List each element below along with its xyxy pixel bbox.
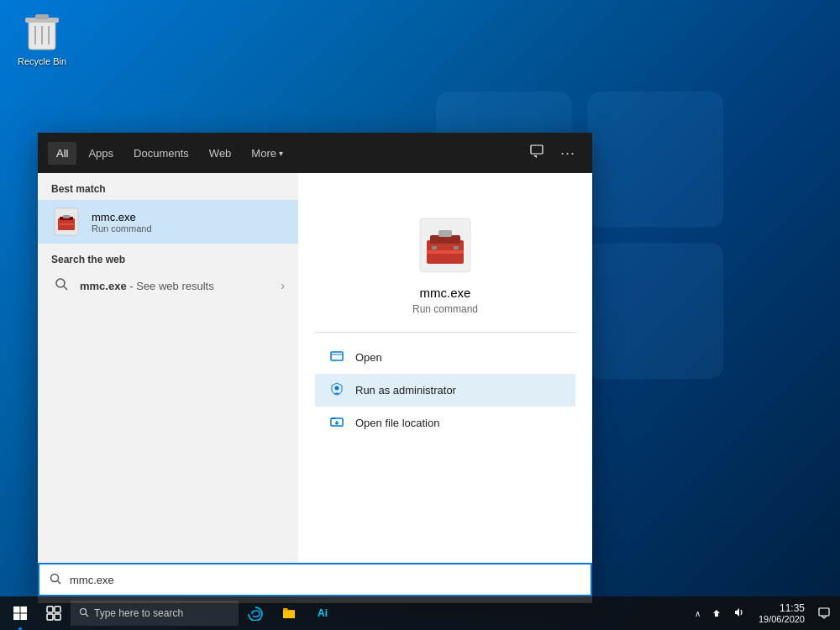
action-list: Open Run as administrator [315,341,575,439]
search-bar-value: mmc.exe [70,574,114,586]
web-search-result[interactable]: mmc.exe - See web results › [38,270,298,301]
tab-documents[interactable]: Documents [125,142,197,165]
svg-rect-16 [59,223,74,225]
notification-icon [818,607,830,619]
windows-start-icon [13,606,28,621]
recycle-bin-label: Recycle Bin [18,56,66,66]
svg-rect-22 [438,230,452,237]
open-label: Open [355,351,382,364]
magnifier-icon [55,277,68,291]
tray-chevron-icon[interactable]: ∧ [690,606,705,622]
edge-icon [248,606,263,621]
preview-name: mmc.exe [420,286,471,300]
tab-apps[interactable]: Apps [80,142,122,165]
action-run-as-admin[interactable]: Run as administrator [315,374,575,407]
svg-rect-35 [13,614,20,621]
desktop: Recycle Bin All Apps Documents Web More … [0,0,840,630]
svg-line-18 [64,286,67,290]
best-match-item[interactable]: mmc.exe Run command [38,200,298,244]
search-glass-icon [50,573,61,585]
svg-rect-37 [47,606,53,612]
admin-icon [328,382,345,398]
system-tray: ∧ [687,603,752,624]
best-match-name: mmc.exe [92,211,152,223]
recycle-bin-icon [22,13,62,53]
svg-rect-11 [531,145,543,154]
svg-rect-43 [819,608,829,616]
folder-arrow-icon [330,415,344,428]
feedback-icon-btn[interactable] [523,139,550,166]
web-result-arrow-icon: › [281,279,285,292]
preview-sub: Run command [412,303,478,315]
right-panel: mmc.exe Run command Open [298,173,592,603]
svg-rect-40 [55,614,60,620]
feedback-icon [530,144,543,158]
web-result-text: mmc.exe - See web results [80,280,272,292]
best-match-text: mmc.exe Run command [92,211,152,234]
taskbar: Type here to search Ai ∧ [0,596,840,630]
open-window-icon [330,349,344,363]
svg-rect-7 [35,14,49,19]
task-view-icon [46,606,61,621]
svg-rect-36 [21,614,28,621]
tab-all[interactable]: All [48,142,76,165]
network-icon [711,606,722,618]
best-match-label: Best match [38,173,298,200]
nav-bar: All Apps Documents Web More ▾ ··· [38,133,592,173]
svg-point-28 [335,386,339,391]
start-button[interactable] [3,596,37,630]
best-match-sub: Run command [92,223,152,234]
open-icon [328,349,345,365]
clock-date: 19/06/2020 [759,614,805,624]
main-content: Best match [38,173,592,603]
options-icon-btn[interactable]: ··· [554,139,582,167]
web-suffix: - See web results [127,280,214,292]
taskbar-search[interactable]: Type here to search [71,601,239,626]
ai-button[interactable]: Ai [306,596,339,630]
svg-rect-1 [588,92,724,228]
ai-label: Ai [318,607,328,619]
search-bar[interactable]: mmc.exe [38,563,592,596]
taskbar-search-placeholder: Type here to search [94,607,183,619]
mmc-icon-large [415,215,475,276]
search-bar-icon [50,573,61,587]
clock-time: 11:35 [780,602,805,614]
shield-person-icon [330,382,344,396]
taskbar-search-icon [79,607,89,620]
web-search-icon [51,277,71,294]
svg-rect-23 [427,250,464,254]
svg-rect-33 [13,606,20,613]
svg-rect-24 [432,246,437,249]
taskbar-magnifier-icon [79,607,89,617]
open-file-location-label: Open file location [355,417,439,429]
tray-volume-icon[interactable] [728,603,748,624]
tray-network-icon[interactable] [706,603,727,624]
web-search-label: Search the web [38,244,298,270]
svg-rect-26 [331,352,343,360]
file-explorer-icon [281,606,297,621]
action-open-file-location[interactable]: Open file location [315,407,575,439]
recycle-bin[interactable]: Recycle Bin [13,13,71,66]
svg-line-32 [58,580,61,584]
taskbar-clock[interactable]: 11:35 19/06/2020 [752,602,811,624]
tab-web[interactable]: Web [201,142,240,165]
svg-rect-15 [63,215,70,218]
svg-point-41 [81,608,87,614]
svg-rect-38 [55,606,60,612]
svg-rect-25 [454,246,459,249]
svg-rect-34 [21,606,28,613]
more-arrow-icon: ▾ [279,149,283,158]
notification-button[interactable] [811,596,837,630]
search-panel: All Apps Documents Web More ▾ ··· Best m… [38,133,592,603]
svg-line-42 [86,614,88,617]
edge-button[interactable] [239,596,272,630]
file-explorer-button[interactable] [272,596,306,630]
task-view-button[interactable] [37,596,71,630]
tab-more[interactable]: More ▾ [243,142,291,165]
action-open[interactable]: Open [315,341,575,374]
left-panel: Best match [38,173,298,603]
run-as-admin-label: Run as administrator [355,384,456,396]
web-query: mmc.exe [80,280,127,292]
preview-area: mmc.exe Run command [315,190,575,333]
svg-rect-39 [47,614,53,620]
